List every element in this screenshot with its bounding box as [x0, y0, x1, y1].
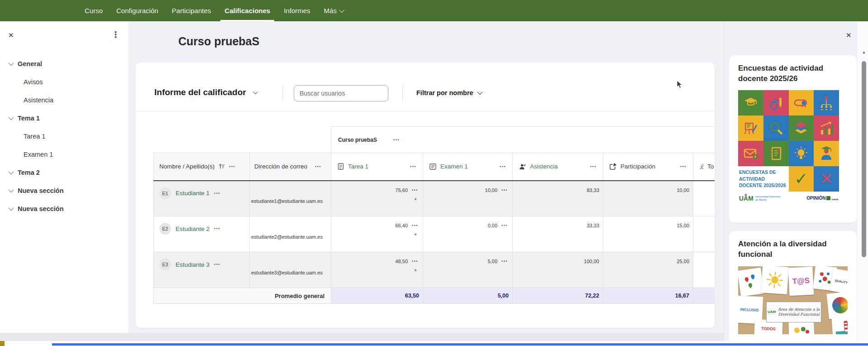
col-name-menu-icon[interactable]: •••: [229, 164, 235, 169]
close-drawer-icon[interactable]: ✕: [846, 31, 852, 39]
block-encuestas: Encuestas de actividad docente 2025/26 E…: [729, 55, 857, 223]
col-participacion-menu-icon[interactable]: •••: [680, 164, 687, 169]
sidebar-item-tema1[interactable]: Tema 1: [0, 109, 129, 127]
mouse-pencil-icon: [763, 90, 789, 115]
grade-menu-icon[interactable]: •••: [501, 188, 508, 192]
col-header-name: Nombre / Apellido(s) •••: [154, 153, 250, 181]
nav-tab-configuracion[interactable]: Configuración: [110, 0, 165, 21]
grade-menu-icon[interactable]: •••: [501, 259, 508, 264]
grade-cell-tarea[interactable]: 48,50•••*: [331, 252, 423, 288]
grade-menu-icon[interactable]: •••: [501, 223, 508, 228]
collage-photo: [761, 266, 789, 294]
kebab-menu-icon[interactable]: ⋮: [111, 29, 120, 40]
hidden-grade-asterisk: *: [414, 198, 418, 202]
col-asistencia-menu-icon[interactable]: •••: [590, 164, 596, 169]
asistencia-header-link[interactable]: Asistencia: [530, 163, 558, 170]
bottom-blue-strip: [52, 343, 868, 346]
poster-logos: UAM Universidad Autónoma de Madrid OPINI…: [738, 192, 839, 205]
course-index-list: General Avisos Asistencia Tema 1 Tarea 1…: [0, 55, 129, 218]
collage-word: TODOS: [761, 326, 776, 331]
grade-cell-asistencia[interactable]: 83,33: [513, 181, 603, 216]
report-selector-dropdown[interactable]: Informe del calificador: [154, 87, 257, 97]
nav-tab-participantes[interactable]: Participantes: [165, 0, 218, 21]
grade-cell-asistencia[interactable]: 33,33: [513, 216, 603, 252]
nav-tab-label: Curso: [85, 7, 103, 14]
collage-photo: [831, 316, 848, 334]
grade-cell-examen[interactable]: 10,00•••: [423, 181, 513, 216]
grade-cell-total: [693, 216, 715, 252]
sidebar-item-general[interactable]: General: [0, 55, 129, 73]
grade-cell-tarea[interactable]: 75,60•••*: [331, 181, 423, 216]
grade-cell-participacion[interactable]: 10,00: [603, 181, 693, 216]
category-header-row: Curso pruebaS •••: [154, 127, 715, 153]
block-title: Encuestas de actividad docente 2025/26: [738, 63, 848, 84]
nav-tab-mas[interactable]: Más: [317, 0, 350, 21]
sidebar-item-tarea1[interactable]: Tarea 1: [0, 127, 129, 145]
col-examen1-menu-icon[interactable]: •••: [500, 164, 506, 169]
grade-cell-asistencia[interactable]: 100,00: [513, 252, 603, 288]
main-content: Curso pruebaS Informe del calificador Fi…: [129, 21, 724, 346]
sidebar-item-tema2[interactable]: Tema 2: [0, 163, 129, 182]
scroll-up-arrow-icon[interactable]: ▲: [862, 50, 866, 54]
student-link[interactable]: Estudiante 2: [176, 226, 210, 232]
toolbar-divider: [402, 86, 403, 101]
grade-cell-examen[interactable]: 5,00•••: [423, 252, 513, 288]
participacion-header-link[interactable]: Participación: [620, 163, 655, 170]
grader-table: Curso pruebaS ••• Nombre / Apellido(s) •…: [153, 126, 715, 304]
nav-tab-curso[interactable]: Curso: [78, 0, 110, 21]
grade-cell-tarea[interactable]: 66,40•••*: [331, 216, 423, 252]
col-header-asistencia: Asistencia •••: [513, 153, 603, 181]
nav-tab-label: Calificaciones: [224, 7, 270, 14]
grade-menu-icon[interactable]: •••: [412, 223, 418, 228]
grade-cell-examen[interactable]: 0,00•••: [423, 216, 513, 252]
average-participacion: 16,67: [603, 288, 693, 304]
nav-tab-informes[interactable]: Informes: [277, 0, 317, 21]
col-tarea1-menu-icon[interactable]: •••: [410, 164, 416, 169]
col-header-email: Dirección de correo •••: [250, 153, 331, 181]
email-cell: estudiante1@estudiante.uam.es: [250, 181, 331, 216]
course-nav: Curso Configuración Participantes Califi…: [0, 0, 868, 21]
sidebar-item-avisos[interactable]: Avisos: [0, 73, 129, 91]
filter-by-name-dropdown[interactable]: Filtrar por nombre: [416, 89, 481, 96]
grade-cell-participacion[interactable]: 25,00: [603, 252, 693, 288]
grade-cell-participacion[interactable]: 15,00: [603, 216, 693, 252]
user-menu-icon[interactable]: •••: [214, 191, 220, 196]
grade-menu-icon[interactable]: •••: [412, 259, 418, 264]
sidebar-item-nueva-seccion-2[interactable]: Nueva sección: [0, 200, 129, 218]
poster-text: ENCUESTAS DE ACTIVIDAD DOCENTE 2025/2026: [738, 166, 789, 192]
email-cell: estudiante2@estudiante.uam.es: [250, 216, 331, 252]
close-drawer-icon[interactable]: ✕: [8, 31, 14, 39]
diversidad-collage-banner[interactable]: T@S QUALITY INCLUSIÓ TODOS UAM Área de A…: [738, 266, 848, 334]
sidebar-item-asistencia[interactable]: Asistencia: [0, 91, 129, 109]
encuestas-poster-banner[interactable]: ENCUESTAS DE ACTIVIDAD DOCENTE 2025/2026…: [738, 90, 839, 217]
grade-menu-icon[interactable]: •••: [412, 188, 418, 192]
category-name: Curso pruebaS: [338, 137, 377, 143]
layers-icon: [789, 115, 814, 141]
sidebar-item-nueva-seccion-1[interactable]: Nueva sección: [0, 182, 129, 200]
horizontal-scrollbar-track[interactable]: [0, 333, 724, 341]
avatar: E1: [159, 187, 171, 199]
examen1-header-link[interactable]: Examen 1: [440, 163, 468, 170]
uam-logo: UAM Universidad Autónoma de Madrid: [739, 195, 783, 202]
user-cell: E2 Estudiante 2 •••: [154, 216, 250, 252]
tarea1-header-link[interactable]: Tarea 1: [348, 163, 368, 170]
search-users-input[interactable]: [294, 85, 388, 101]
user-menu-icon[interactable]: •••: [214, 262, 220, 267]
col-name-label[interactable]: Nombre / Apellido(s): [159, 163, 215, 170]
nav-tab-calificaciones[interactable]: Calificaciones: [218, 0, 277, 21]
nav-tab-label: Participantes: [172, 7, 211, 14]
toolbar-divider: [282, 86, 283, 101]
mean-icon: x̄: [700, 163, 703, 170]
student-link[interactable]: Estudiante 1: [176, 190, 210, 197]
user-menu-icon[interactable]: •••: [214, 226, 220, 231]
grade-value: 33,33: [513, 216, 603, 228]
drawer-scrollbar-thumb[interactable]: [862, 61, 866, 257]
col-email-menu-icon[interactable]: •••: [315, 164, 321, 169]
sort-ascending-icon[interactable]: [219, 163, 225, 169]
magnifier-icon: [763, 115, 789, 141]
category-menu-icon[interactable]: •••: [393, 138, 400, 142]
chevron-down-icon: [9, 187, 14, 192]
grade-table-viewport: Curso pruebaS ••• Nombre / Apellido(s) •…: [153, 126, 715, 306]
student-link[interactable]: Estudiante 3: [176, 261, 210, 268]
sidebar-item-examen1[interactable]: Examen 1: [0, 145, 129, 163]
